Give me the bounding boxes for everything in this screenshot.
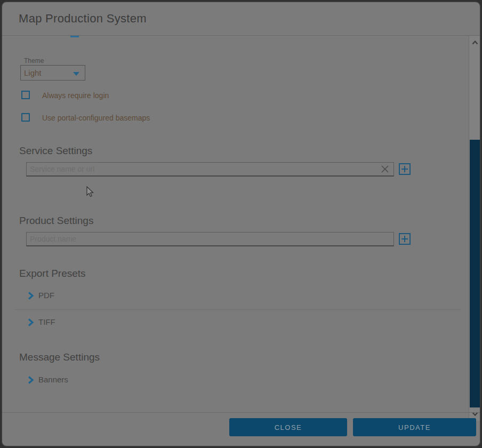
- product-name-input[interactable]: [26, 232, 394, 246]
- service-settings-title: Service Settings: [19, 145, 92, 157]
- scroll-up-icon[interactable]: [469, 38, 480, 47]
- export-presets-title: Export Presets: [19, 268, 86, 279]
- close-button[interactable]: CLOSE: [229, 418, 347, 436]
- vertical-scrollbar[interactable]: [469, 36, 480, 421]
- mouse-cursor: [86, 186, 94, 200]
- map-production-system-dialog: Map Production System Theme Light Always…: [1, 1, 481, 447]
- update-button[interactable]: UPDATE: [353, 418, 476, 436]
- add-product-button[interactable]: [399, 233, 411, 245]
- add-service-button[interactable]: [399, 163, 411, 175]
- preset-divider: [15, 309, 461, 310]
- plus-icon: [401, 235, 408, 243]
- product-settings-title: Product Settings: [19, 215, 93, 227]
- chevron-right-icon: [28, 292, 34, 302]
- portal-basemaps-label: Use portal-configured basemaps: [42, 114, 150, 122]
- chevron-right-icon: [28, 376, 34, 386]
- dialog-header: Map Production System: [2, 2, 480, 35]
- plus-icon: [401, 165, 408, 173]
- message-settings-title: Message Settings: [19, 351, 100, 363]
- dialog-footer: CLOSE UPDATE: [2, 412, 480, 446]
- scrollbar-thumb[interactable]: [470, 140, 480, 407]
- always-require-login-label: Always require login: [42, 91, 109, 100]
- preset-label: TIFF: [38, 317, 55, 326]
- preset-label: PDF: [38, 291, 54, 300]
- preset-label: Banners: [38, 375, 68, 384]
- theme-label: Theme: [24, 57, 44, 65]
- theme-select[interactable]: Light: [20, 65, 85, 81]
- chevron-right-icon: [28, 318, 34, 329]
- portal-basemaps-checkbox[interactable]: [21, 113, 30, 122]
- clear-input-icon[interactable]: [380, 164, 390, 174]
- always-require-login-checkbox[interactable]: [21, 91, 30, 99]
- dialog-title: Map Production System: [19, 2, 147, 35]
- theme-select-value: Light: [24, 68, 42, 77]
- chevron-down-icon: [73, 72, 79, 76]
- dialog-scroll-content: Theme Light Always require login Use por…: [2, 36, 468, 410]
- service-name-input[interactable]: [26, 162, 394, 177]
